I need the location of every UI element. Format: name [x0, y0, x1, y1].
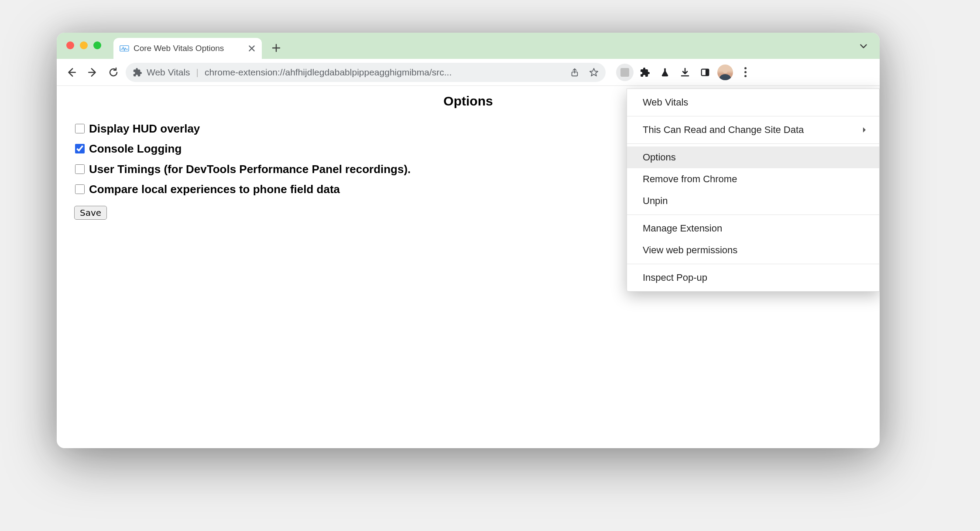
- menu-item-label: View web permissions: [643, 245, 737, 256]
- menu-item[interactable]: Inspect Pop-up: [627, 267, 879, 289]
- menu-item-label: This Can Read and Change Site Data: [643, 124, 804, 136]
- menu-item[interactable]: This Can Read and Change Site Data: [627, 119, 879, 141]
- menu-item-label: Manage Extension: [643, 223, 722, 234]
- option-label: Console Logging: [89, 140, 182, 157]
- menu-item[interactable]: Options: [627, 146, 879, 168]
- menu-group: Inspect Pop-up: [627, 264, 879, 291]
- browser-window: Core Web Vitals Options Web Vitals |: [57, 33, 880, 448]
- menu-item-label: Web Vitals: [643, 97, 688, 108]
- menu-item[interactable]: Unpin: [627, 190, 879, 212]
- minimize-window-button[interactable]: [80, 41, 88, 49]
- menu-item[interactable]: Remove from Chrome: [627, 168, 879, 190]
- close-window-button[interactable]: [66, 41, 74, 49]
- menu-item[interactable]: Manage Extension: [627, 218, 879, 239]
- menu-group: OptionsRemove from ChromeUnpin: [627, 144, 879, 215]
- extensions-button[interactable]: [636, 64, 654, 81]
- menu-group: Web Vitals: [627, 89, 879, 116]
- toolbar-right: [616, 64, 754, 81]
- labs-button[interactable]: [656, 64, 674, 81]
- menu-group: This Can Read and Change Site Data: [627, 116, 879, 144]
- share-button[interactable]: [567, 65, 582, 80]
- side-panel-button[interactable]: [696, 64, 714, 81]
- bookmark-button[interactable]: [586, 65, 601, 80]
- tab-title: Core Web Vitals Options: [134, 44, 243, 53]
- extension-puzzle-icon: [133, 68, 142, 77]
- maximize-window-button[interactable]: [93, 41, 101, 49]
- active-extension-button[interactable]: [616, 64, 634, 81]
- reload-button[interactable]: [105, 64, 122, 81]
- menu-item-label: Unpin: [643, 195, 668, 207]
- option-label: User Timings (for DevTools Performance P…: [89, 160, 411, 178]
- option-checkbox[interactable]: [75, 184, 85, 194]
- address-bar[interactable]: Web Vitals | chrome-extension://ahfhijdl…: [126, 63, 606, 82]
- vitals-favicon-icon: [120, 44, 129, 53]
- option-label: Compare local experiences to phone field…: [89, 180, 340, 198]
- menu-group: Manage ExtensionView web permissions: [627, 215, 879, 264]
- option-checkbox[interactable]: [75, 124, 85, 133]
- menu-item-label: Options: [643, 152, 676, 163]
- browser-menu-button[interactable]: [737, 64, 754, 81]
- profile-avatar[interactable]: [716, 64, 734, 81]
- menu-item[interactable]: Web Vitals: [627, 92, 879, 113]
- toolbar: Web Vitals | chrome-extension://ahfhijdl…: [57, 59, 880, 86]
- option-label: Display HUD overlay: [89, 120, 200, 137]
- extension-name-chip: Web Vitals: [147, 67, 190, 78]
- save-button[interactable]: Save: [74, 206, 107, 220]
- extension-context-menu: Web VitalsThis Can Read and Change Site …: [627, 88, 880, 292]
- option-checkbox[interactable]: [75, 144, 85, 153]
- close-tab-button[interactable]: [248, 44, 256, 52]
- forward-button[interactable]: [84, 64, 101, 81]
- option-checkbox[interactable]: [75, 164, 85, 174]
- separator: |: [196, 67, 199, 78]
- downloads-button[interactable]: [676, 64, 694, 81]
- url-text: chrome-extension://ahfhijdlegdabablpippe…: [205, 67, 452, 78]
- submenu-arrow-icon: [862, 127, 867, 133]
- window-controls: [66, 41, 101, 49]
- active-tab[interactable]: Core Web Vitals Options: [113, 38, 262, 59]
- menu-item[interactable]: View web permissions: [627, 239, 879, 261]
- tab-list-button[interactable]: [859, 41, 868, 51]
- svg-rect-3: [706, 69, 709, 75]
- tab-strip: Core Web Vitals Options: [57, 33, 880, 59]
- back-button[interactable]: [63, 64, 80, 81]
- menu-item-label: Inspect Pop-up: [643, 272, 707, 283]
- menu-item-label: Remove from Chrome: [643, 174, 737, 185]
- new-tab-button[interactable]: [267, 39, 285, 57]
